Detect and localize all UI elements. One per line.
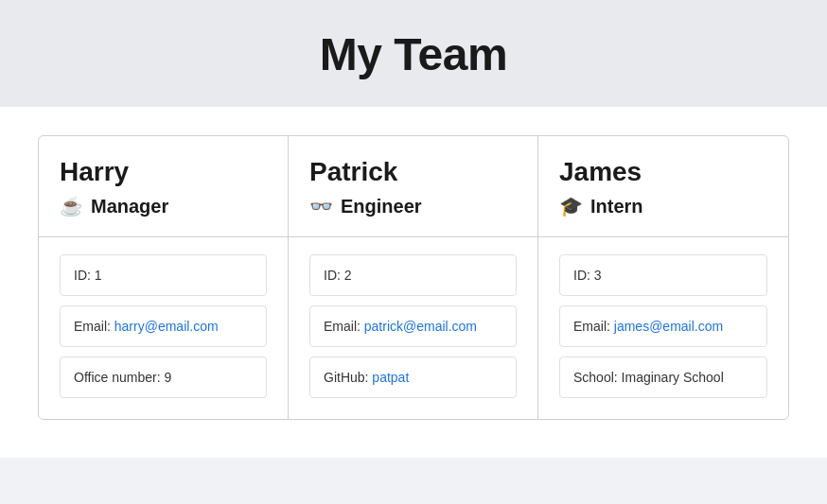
- main-content: Harry☕ManagerID: 1Email: harry@email.com…: [0, 107, 827, 458]
- role-icon-patrick: 👓: [309, 195, 333, 217]
- member-role-patrick: 👓Engineer: [309, 195, 517, 217]
- detail-value: james@email.com: [614, 319, 723, 334]
- role-icon-james: 🎓: [559, 195, 583, 217]
- detail-label: ID:: [573, 268, 594, 283]
- detail-label: ID:: [74, 268, 95, 283]
- member-card-patrick: Patrick👓EngineerID: 2Email: patrick@emai…: [289, 136, 538, 419]
- role-label-james: Intern: [590, 196, 643, 217]
- detail-value: patrick@email.com: [364, 319, 477, 334]
- member-details-harry: ID: 1Email: harry@email.comOffice number…: [39, 237, 288, 419]
- team-grid: Harry☕ManagerID: 1Email: harry@email.com…: [38, 135, 789, 420]
- detail-box: ID: 1: [60, 254, 267, 296]
- member-card-james: James🎓InternID: 3Email: james@email.comS…: [538, 136, 788, 419]
- detail-value: 3: [594, 268, 602, 283]
- detail-value: Imaginary School: [622, 370, 724, 385]
- detail-box: Email: harry@email.com: [60, 305, 267, 347]
- member-name-james: James: [559, 157, 767, 187]
- member-header-patrick: Patrick👓Engineer: [289, 136, 537, 237]
- detail-label: ID:: [324, 268, 344, 283]
- member-header-harry: Harry☕Manager: [39, 136, 288, 237]
- role-label-harry: Manager: [91, 196, 168, 217]
- detail-box: Email: patrick@email.com: [309, 305, 517, 347]
- member-role-harry: ☕Manager: [60, 195, 267, 217]
- detail-label: School:: [573, 370, 622, 385]
- detail-value: 2: [344, 268, 352, 283]
- member-details-james: ID: 3Email: james@email.comSchool: Imagi…: [538, 237, 788, 419]
- detail-box: Email: james@email.com: [559, 305, 767, 347]
- detail-box: ID: 3: [559, 254, 767, 296]
- member-header-james: James🎓Intern: [538, 136, 788, 237]
- member-name-patrick: Patrick: [309, 157, 517, 187]
- role-icon-harry: ☕: [60, 195, 83, 217]
- member-name-harry: Harry: [60, 157, 267, 187]
- detail-value: 9: [164, 370, 171, 385]
- member-role-james: 🎓Intern: [559, 195, 767, 217]
- role-label-patrick: Engineer: [341, 196, 422, 217]
- detail-value: patpat: [372, 370, 409, 385]
- detail-box: ID: 2: [309, 254, 517, 296]
- page-header: My Team: [0, 0, 827, 107]
- detail-value: 1: [95, 268, 102, 283]
- member-details-patrick: ID: 2Email: patrick@email.comGitHub: pat…: [289, 237, 537, 419]
- detail-box: GitHub: patpat: [309, 356, 517, 398]
- detail-box: School: Imaginary School: [559, 356, 767, 398]
- detail-label: Email:: [74, 319, 114, 334]
- detail-label: Email:: [324, 319, 364, 334]
- page-title: My Team: [19, 28, 808, 80]
- member-card-harry: Harry☕ManagerID: 1Email: harry@email.com…: [39, 136, 289, 419]
- detail-label: Office number:: [74, 370, 164, 385]
- detail-label: GitHub:: [324, 370, 372, 385]
- detail-box: Office number: 9: [60, 356, 267, 398]
- detail-label: Email:: [573, 319, 614, 334]
- detail-value: harry@email.com: [114, 319, 219, 334]
